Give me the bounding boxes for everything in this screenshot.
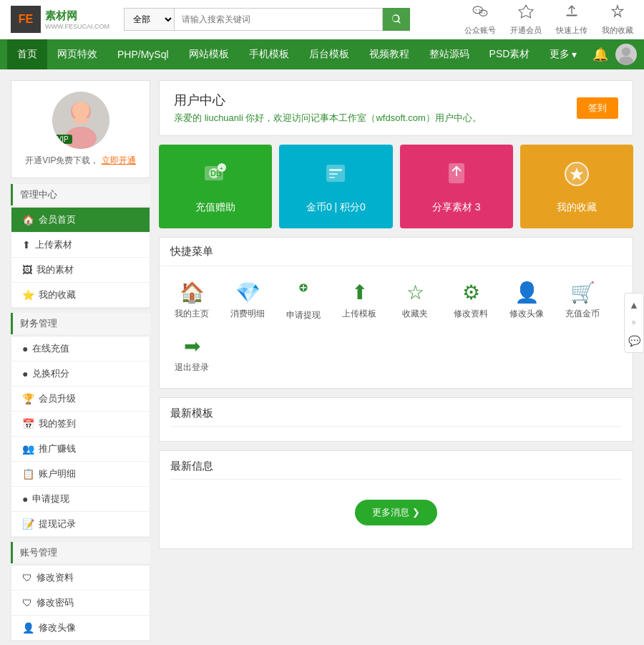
password-icon: 🛡 [22,597,32,608]
quick-logout[interactable]: ➡ 退出登录 [167,331,217,377]
quick-withdraw-icon [293,281,313,306]
recharge-card-label: 充值赠助 [195,201,235,214]
nav-backend-templates[interactable]: 后台模板 [299,39,359,69]
content-area: 用户中心 亲爱的 liuchuanli 你好，欢迎访问记事本工作室（wfdsof… [159,80,633,645]
search-input[interactable] [174,8,383,31]
quick-edit-info[interactable]: ⚙ 修改资料 [446,277,496,325]
right-tools: ▲ ≡ 💬 [624,293,644,353]
share-card-icon [441,159,472,195]
account-icon: 📋 [22,468,34,480]
sidebar-item-my-material[interactable]: 🖼 我的素材 [11,258,150,283]
more-news-wrap: 更多消息 ❯ [170,485,622,540]
username: liuchuanli [205,112,243,123]
nav-php-mysql[interactable]: PHP/MySql [107,39,179,69]
vip-badge: VIP [54,133,72,147]
sidebar-item-apply-withdraw[interactable]: ● 申请提现 [11,487,150,512]
nav-more[interactable]: 更多 ▾ [540,39,587,69]
nav-psd[interactable]: PSD素材 [479,39,540,69]
latest-templates-title: 最新模板 [170,407,622,427]
search-button[interactable] [383,8,410,31]
sidebar: VIP 开通VIP免费下载， 立即开通 管理中心 🏠 会员首页 ⬆ 上传素材 🖼… [11,80,150,645]
scroll-mid-button[interactable]: ≡ [625,315,643,331]
nav-avatar[interactable] [615,44,637,65]
sidebar-item-promotion[interactable]: 👥 推广赚钱 [11,437,150,462]
quick-upload[interactable]: ⬆ 上传模板 [334,277,384,325]
quick-menu-items: 🏠 我的主页 💎 消费明细 申请提现 ⬆ 上传模板 [160,266,633,388]
sidebar-item-upload-material[interactable]: ⬆ 上传素材 [11,233,150,258]
quick-favorites-label: 收藏夹 [402,308,428,320]
header-vip[interactable]: 开通会员 [510,4,542,36]
search-area: 全部 [124,8,410,31]
vip-info: 开通VIP免费下载， 立即开通 [22,155,139,167]
quick-bill[interactable]: 💎 消费明细 [223,277,273,325]
recharge-icon: ● [22,343,28,354]
sidebar-item-online-recharge[interactable]: ● 在线充值 [11,336,150,362]
quick-recharge-label: 充值金币 [565,308,600,320]
header-upload[interactable]: 快速上传 [556,4,587,36]
nav-full-source[interactable]: 整站源码 [419,39,479,69]
logo-fe-text: FE [19,13,33,26]
quick-favorites[interactable]: ☆ 收藏夹 [390,277,440,325]
card-gold-points[interactable]: 金币0 | 积分0 [279,145,392,228]
quick-menu-title: 快捷菜单 [160,238,633,266]
sidebar-item-my-collect[interactable]: ⭐ 我的收藏 [11,283,150,308]
latest-info-section: 最新信息 更多消息 ❯ [159,450,633,549]
more-news-button[interactable]: 更多消息 ❯ [355,500,437,525]
upload-mini-icon: ⬆ [22,239,31,251]
quick-edit-icon: ⚙ [462,281,480,304]
header-wechat[interactable]: 公众账号 [464,4,496,36]
main-container: VIP 开通VIP免费下载， 立即开通 管理中心 🏠 会员首页 ⬆ 上传素材 🖼… [0,69,644,645]
card-collect[interactable]: 我的收藏 [520,145,633,228]
quick-recharge-gold[interactable]: 🛒 充值金币 [557,277,608,325]
greeting-suffix: 你好，欢迎访问记事本工作室（wfdsoft.com）用户中心。 [245,112,481,123]
svg-marker-6 [519,5,533,18]
sidebar-item-change-password[interactable]: 🛡 修改密码 [11,591,150,616]
svg-point-2 [479,9,480,10]
svg-rect-24 [329,177,335,178]
bell-icon[interactable]: 🔔 [592,47,608,62]
card-share[interactable]: 分享素材 3 [400,145,513,228]
sidebar-item-my-signin[interactable]: 📅 我的签到 [11,412,150,437]
quick-edit-label: 修改资料 [454,308,488,320]
sidebar-item-edit-profile[interactable]: 🛡 修改资料 [11,566,150,591]
sidebar-menu-manage: 🏠 会员首页 ⬆ 上传素材 🖼 我的素材 ⭐ 我的收藏 [11,207,150,309]
header-collect[interactable]: 我的收藏 [602,4,633,36]
scroll-top-button[interactable]: ▲ [625,297,643,313]
sidebar-item-withdraw-records[interactable]: 📝 提现记录 [11,512,150,537]
profile-avatar: VIP [52,92,109,149]
quick-avatar[interactable]: 👤 修改头像 [502,277,552,325]
logo: FE 素材网 WWW.FESUCAI.COM [11,6,109,33]
material-mini-icon: 🖼 [22,264,32,276]
nav-web-effects[interactable]: 网页特效 [47,39,107,69]
sidebar-item-exchange-points[interactable]: ● 兑换积分 [11,362,150,387]
upload-label: 快速上传 [556,25,587,36]
sidebar-item-account-details[interactable]: 📋 账户明细 [11,462,150,487]
sign-button[interactable]: 签到 [577,97,618,119]
recharge-card-icon: DB+ [200,159,230,195]
quick-home-icon: 🏠 [180,281,205,304]
promotion-icon: 👥 [22,443,34,455]
exchange-icon: ● [22,368,28,379]
user-center-subtitle: 亲爱的 liuchuanli 你好，欢迎访问记事本工作室（wfdsoft.com… [174,112,482,125]
gold-card-icon [321,159,351,195]
sidebar-item-member-upgrade[interactable]: 🏆 会员升级 [11,387,150,412]
nav-video-tutorials[interactable]: 视频教程 [359,39,419,69]
svg-point-9 [622,47,630,56]
nav-web-templates[interactable]: 网站模板 [179,39,239,69]
wechat-label: 公众账号 [464,25,496,36]
vip-open-link[interactable]: 立即开通 [102,155,136,165]
top-header: FE 素材网 WWW.FESUCAI.COM 全部 公众账号 开通会员 [0,0,644,39]
card-recharge[interactable]: DB+ 充值赠助 [159,145,272,228]
quick-home-label: 我的主页 [175,308,209,320]
svg-point-0 [473,6,482,13]
sidebar-section-manage: 管理中心 [11,184,150,205]
feedback-button[interactable]: 💬 [625,333,643,349]
quick-apply-withdraw[interactable]: 申请提现 [278,277,328,325]
nav-home[interactable]: 首页 [7,39,47,69]
sidebar-item-member-home[interactable]: 🏠 会员首页 [11,208,150,233]
upload-icon [563,4,580,24]
sidebar-item-change-avatar[interactable]: 👤 修改头像 [11,616,150,641]
quick-my-home[interactable]: 🏠 我的主页 [167,277,217,325]
search-category-select[interactable]: 全部 [124,8,174,31]
nav-mobile-templates[interactable]: 手机模板 [239,39,299,69]
